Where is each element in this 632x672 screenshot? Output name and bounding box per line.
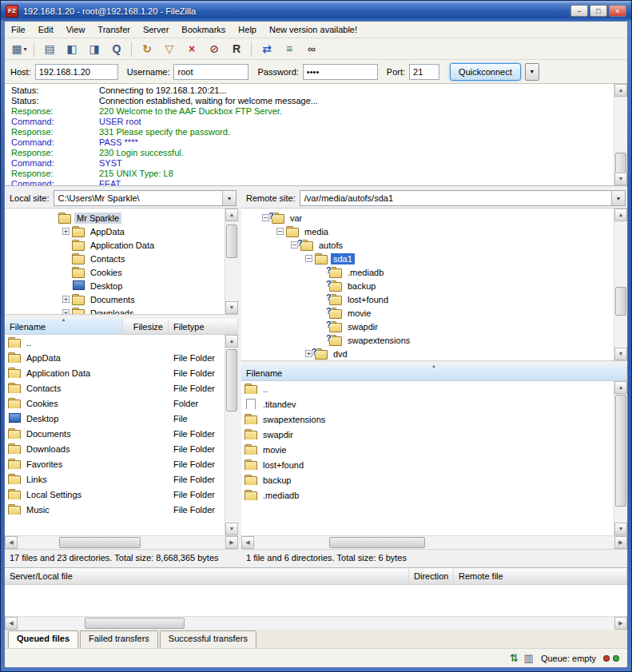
local-file-row[interactable]: Music File Folder: [5, 502, 225, 517]
remote-tree-item[interactable]: − sda1: [241, 252, 611, 265]
remote-tree-item[interactable]: − media: [241, 225, 611, 238]
close-button[interactable]: ×: [609, 5, 626, 17]
remote-tree-scrollbar[interactable]: [614, 209, 627, 360]
scroll-left-icon[interactable]: [5, 536, 18, 549]
remote-file-row[interactable]: backup: [241, 472, 614, 487]
remote-file-row[interactable]: .mediadb: [241, 487, 614, 503]
scroll-up-icon[interactable]: [614, 84, 627, 97]
local-file-row[interactable]: Cookies Folder: [5, 396, 225, 411]
menu-view[interactable]: View: [60, 22, 92, 37]
scroll-thumb[interactable]: [615, 287, 626, 316]
menu-file[interactable]: File: [5, 22, 32, 37]
local-file-row[interactable]: Application Data File Folder: [5, 365, 225, 380]
remote-file-row[interactable]: ..: [241, 381, 614, 396]
scroll-thumb[interactable]: [226, 225, 237, 258]
scroll-up-icon[interactable]: [225, 335, 238, 348]
local-file-row[interactable]: Links File Folder: [5, 471, 225, 487]
scroll-left-icon[interactable]: [241, 536, 254, 549]
toggle-message-log-button[interactable]: ▤: [39, 40, 60, 58]
scroll-right-icon[interactable]: [225, 536, 238, 549]
scroll-up-icon[interactable]: [614, 381, 627, 394]
remote-site-combo[interactable]: /var/media/autofs/sda1: [300, 190, 626, 206]
tree-expander-icon[interactable]: −: [305, 255, 312, 262]
site-manager-button[interactable]: ▦▾: [9, 40, 30, 58]
scroll-down-icon[interactable]: [225, 301, 238, 314]
scroll-thumb[interactable]: [615, 153, 626, 173]
port-input[interactable]: [409, 64, 439, 80]
remote-tree-item[interactable]: ? backup: [241, 279, 611, 292]
local-file-row[interactable]: Contacts File Folder: [5, 380, 225, 396]
remote-file-row[interactable]: lost+found: [241, 457, 614, 472]
scroll-down-icon[interactable]: [614, 173, 627, 185]
scroll-right-icon[interactable]: [614, 536, 627, 549]
host-input[interactable]: [35, 64, 118, 80]
menu-help[interactable]: Help: [232, 22, 263, 37]
remote-file-row[interactable]: .titandev: [241, 396, 614, 412]
menu-server[interactable]: Server: [137, 22, 175, 37]
scroll-left-icon[interactable]: [5, 617, 18, 630]
remote-file-row[interactable]: movie: [241, 442, 614, 457]
local-file-row[interactable]: Documents File Folder: [5, 426, 225, 441]
tree-expander-icon[interactable]: +: [62, 296, 70, 303]
local-tree-item[interactable]: Mr Sparkle: [5, 211, 222, 225]
remote-tree-item[interactable]: ? swapdir: [241, 320, 611, 333]
find-files-button[interactable]: ∞: [301, 40, 322, 58]
username-input[interactable]: [173, 64, 248, 80]
scroll-down-icon[interactable]: [614, 523, 627, 535]
column-header-filename[interactable]: Filename: [5, 319, 123, 334]
local-file-row[interactable]: Downloads File Folder: [5, 441, 225, 456]
remote-tree-item[interactable]: ? movie: [241, 306, 611, 320]
local-list-scrollbar[interactable]: [225, 335, 238, 535]
reconnect-button[interactable]: R: [226, 40, 247, 58]
column-header-filesize[interactable]: Filesize: [123, 319, 169, 334]
remote-file-row[interactable]: swapextensions: [241, 412, 614, 427]
scroll-up-icon[interactable]: [614, 209, 627, 221]
remote-tree-item[interactable]: + ? dvd: [241, 347, 611, 360]
disconnect-button[interactable]: ⊘: [204, 40, 225, 58]
tree-expander-icon[interactable]: +: [62, 228, 70, 235]
maximize-button[interactable]: □: [590, 5, 607, 17]
menu-transfer[interactable]: Transfer: [91, 22, 137, 37]
local-tree-item[interactable]: Contacts: [5, 252, 222, 265]
queue-hscrollbar[interactable]: [5, 616, 627, 630]
local-tree-item[interactable]: Application Data: [5, 238, 222, 252]
local-tree-item[interactable]: + Downloads: [5, 306, 222, 315]
remote-file-row[interactable]: swapdir: [241, 427, 614, 442]
tab-failed-transfers[interactable]: Failed transfers: [80, 630, 158, 648]
scroll-thumb[interactable]: [329, 537, 425, 548]
toggle-remote-tree-button[interactable]: ◨: [84, 40, 105, 58]
local-list-hscrollbar[interactable]: [5, 535, 238, 549]
local-site-combo[interactable]: C:\Users\Mr Sparkle\: [54, 190, 237, 206]
local-file-row[interactable]: ..: [5, 335, 225, 350]
remote-list-scrollbar[interactable]: [614, 381, 627, 535]
scroll-thumb[interactable]: [59, 537, 141, 548]
local-tree-scrollbar[interactable]: [225, 209, 238, 314]
combo-dropdown-icon[interactable]: [611, 191, 625, 205]
log-scrollbar[interactable]: [614, 84, 627, 185]
directory-comparison-button[interactable]: ⇄: [256, 40, 277, 58]
local-tree-item[interactable]: + AppData: [5, 225, 222, 238]
password-input[interactable]: [303, 64, 378, 80]
minimize-button[interactable]: −: [570, 5, 588, 17]
menu-edit[interactable]: Edit: [32, 22, 60, 37]
quickconnect-dropdown-button[interactable]: ▾: [525, 63, 539, 81]
column-header-filetype[interactable]: Filetype: [169, 319, 238, 334]
directory-comparison-icon[interactable]: ▥: [524, 653, 534, 663]
local-tree-item[interactable]: Desktop: [5, 279, 222, 292]
local-file-row[interactable]: Favorites File Folder: [5, 456, 225, 471]
combo-dropdown-icon[interactable]: [222, 191, 236, 205]
titlebar[interactable]: FZ 192.168.1.20 - root@192.168.1.20 - Fi…: [1, 1, 631, 21]
scroll-down-icon[interactable]: [225, 523, 238, 535]
toggle-local-tree-button[interactable]: ◧: [62, 40, 82, 58]
transfer-direction-icon[interactable]: ⇅: [510, 653, 519, 663]
quickconnect-button[interactable]: Quickconnect: [450, 63, 521, 81]
toggle-queue-button[interactable]: Q: [106, 40, 127, 58]
scroll-down-icon[interactable]: [614, 348, 627, 360]
tree-expander-icon[interactable]: +: [62, 309, 70, 315]
tree-expander-icon[interactable]: −: [276, 228, 284, 235]
menu-new-version-available[interactable]: New version available!: [263, 22, 364, 37]
scroll-right-icon[interactable]: [614, 617, 627, 630]
remote-tree-item[interactable]: − ? var: [241, 211, 611, 225]
refresh-button[interactable]: ↻: [137, 40, 157, 58]
local-tree-item[interactable]: + Documents: [5, 292, 222, 306]
